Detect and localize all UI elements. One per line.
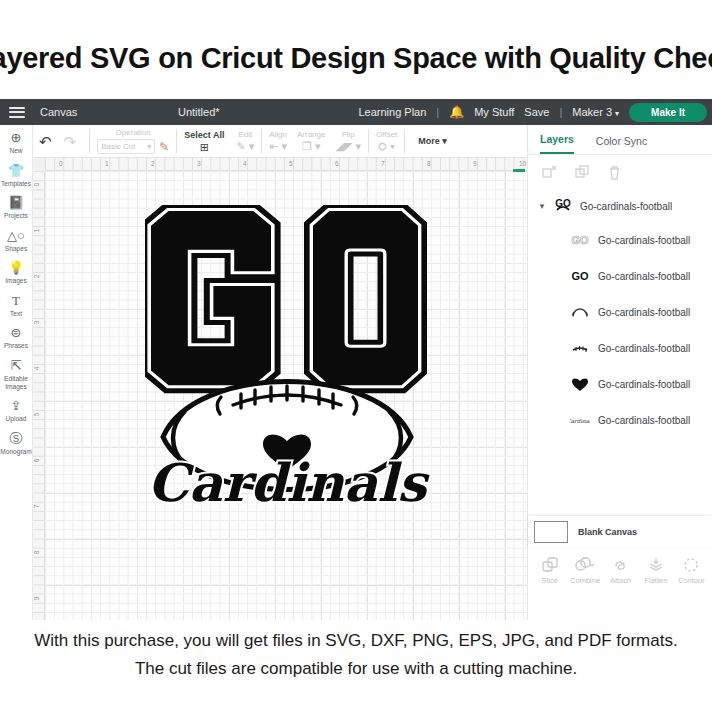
ruler-v-number: 2: [33, 275, 40, 279]
script-thumbnail: Cardinals: [570, 410, 590, 430]
layer-actions-bar: Slice Combine Attach: [528, 550, 712, 592]
design-canvas[interactable]: 012345678910 0123456789: [33, 158, 527, 620]
footer-compatibility-text: The cut files are compatible for use wit…: [0, 659, 712, 679]
ruler-h-number: 3: [197, 160, 201, 167]
ruler-h-number: 7: [381, 160, 385, 167]
offset-button[interactable]: Offset ⛭ ▾: [376, 130, 397, 152]
sidebar-item-editable-images[interactable]: ⇱ Editable Images: [0, 359, 33, 390]
sidebar-item-images[interactable]: 💡 Images: [0, 261, 33, 285]
chevron-down-icon: ▾: [615, 109, 619, 118]
ruler-highlight: [513, 169, 525, 172]
machine-selector[interactable]: Maker 3 ▾: [572, 106, 619, 118]
design-letter-g: [151, 211, 271, 385]
flip-button[interactable]: Flip ◢◤ ▾: [335, 130, 361, 152]
ruler-v-number: 0: [33, 183, 40, 187]
nav-learning-plan[interactable]: Learning Plan: [358, 106, 426, 118]
arrange-button[interactable]: Arrange ❐ ▾: [297, 130, 325, 152]
menu-icon[interactable]: [9, 107, 25, 118]
tab-layers[interactable]: Layers: [540, 133, 574, 154]
layer-row-go-solid[interactable]: GO Go-cardinals-football: [528, 258, 712, 294]
contour-icon: [682, 557, 700, 573]
attach-button[interactable]: Attach: [603, 550, 638, 592]
ruler-v-number: 4: [33, 367, 40, 371]
toolbar: ↶ ↷ Operation Basic Cut▾ ✎ Select All ⊞ …: [33, 125, 527, 158]
blank-canvas-thumbnail: [534, 521, 568, 543]
sidebar-item-shapes[interactable]: △○ Shapes: [0, 229, 33, 253]
contour-button[interactable]: Contour: [674, 550, 709, 592]
design-team-name: Cardinals: [147, 452, 430, 510]
flatten-button[interactable]: Flatten: [638, 550, 673, 592]
design-letter-o: [313, 211, 418, 385]
sidebar-item-phrases[interactable]: ⊜ Phrases: [0, 326, 33, 350]
ruler-vertical: 0123456789: [33, 171, 45, 620]
attach-icon: [612, 557, 630, 573]
notifications-icon[interactable]: 🔔: [449, 106, 464, 118]
heart-thumbnail: [570, 374, 590, 394]
nav-canvas-label[interactable]: Canvas: [40, 106, 77, 118]
new-icon: ⊕: [11, 131, 22, 146]
ruler-h-number: 10: [519, 160, 526, 167]
svg-text:Cardinals: Cardinals: [570, 418, 590, 424]
images-icon: 💡: [8, 261, 24, 276]
sidebar-item-text[interactable]: T Text: [0, 294, 33, 318]
laces-thumbnail: [570, 338, 590, 358]
more-button[interactable]: More ▾: [418, 136, 447, 146]
pen-color-icon[interactable]: ✎: [159, 140, 169, 154]
duplicate-icon[interactable]: [575, 165, 590, 180]
layer-row-laces[interactable]: Go-cardinals-football: [528, 330, 712, 366]
football-outline-thumbnail: [570, 302, 590, 322]
blank-canvas-row[interactable]: Blank Canvas: [528, 516, 712, 547]
flip-icon: ◢◤ ▾: [335, 141, 361, 152]
layer-row-football-outline[interactable]: Go-cardinals-football: [528, 294, 712, 330]
ruler-h-number: 4: [243, 160, 247, 167]
phrases-icon: ⊜: [11, 326, 22, 341]
ruler-v-number: 9: [33, 597, 40, 601]
svg-text:GO: GO: [571, 234, 589, 246]
ruler-horizontal: 012345678910: [45, 158, 527, 171]
ruler-h-number: 5: [289, 160, 293, 167]
ungroup-icon[interactable]: [542, 165, 557, 180]
page-title: Layered SVG on Cricut Design Space with …: [0, 42, 712, 75]
document-title[interactable]: Untitled*: [178, 106, 220, 118]
nav-my-stuff[interactable]: My Stuff: [474, 106, 514, 118]
layer-group-thumbnail: GO: [553, 196, 573, 216]
ruler-h-number: 9: [473, 160, 477, 167]
delete-icon[interactable]: [608, 165, 621, 180]
sidebar-item-monogram[interactable]: Ⓢ Monogram: [0, 432, 33, 456]
ruler-v-number: 8: [33, 551, 40, 555]
operation-group: Operation Basic Cut▾ ✎: [97, 128, 169, 154]
tab-color-sync[interactable]: Color Sync: [596, 135, 647, 154]
combine-button[interactable]: Combine: [567, 550, 602, 592]
chevron-down-icon[interactable]: ▼: [538, 202, 546, 211]
redo-icon[interactable]: ↷: [64, 134, 77, 149]
ruler-v-number: 6: [33, 459, 40, 463]
select-all-button[interactable]: Select All ⊞: [184, 130, 224, 153]
operation-select[interactable]: Basic Cut▾: [97, 139, 155, 154]
slice-button[interactable]: Slice: [532, 550, 567, 592]
layer-row-heart[interactable]: Go-cardinals-football: [528, 366, 712, 402]
upload-icon: ⇪: [11, 399, 22, 414]
text-icon: T: [12, 294, 20, 309]
shapes-icon: △○: [7, 229, 25, 244]
make-it-button[interactable]: Make It: [629, 103, 707, 122]
sidebar-item-new[interactable]: ⊕ New: [0, 131, 33, 155]
layer-group-row[interactable]: ▼ GO Go-cardinals-football: [528, 188, 712, 222]
align-button[interactable]: Align ⇤ ▾: [269, 130, 287, 152]
operation-label: Operation: [116, 128, 151, 137]
design-go-cardinals[interactable]: Cardinals: [145, 205, 430, 510]
ruler-v-number: 5: [33, 413, 40, 417]
ruler-h-number: 6: [335, 160, 339, 167]
footer-formats-text: With this purchase, you will get files i…: [0, 631, 712, 651]
nav-save[interactable]: Save: [524, 106, 549, 118]
ruler-v-number: 3: [33, 321, 40, 325]
sidebar-item-templates[interactable]: 👕 Templates: [0, 164, 33, 188]
undo-icon[interactable]: ↶: [39, 134, 52, 149]
sidebar-item-upload[interactable]: ⇪ Upload: [0, 399, 33, 423]
layer-row-script[interactable]: Cardinals Go-cardinals-football: [528, 402, 712, 438]
editable-images-icon: ⇱: [11, 359, 22, 374]
sidebar-item-projects[interactable]: 📓 Projects: [0, 196, 33, 220]
go-solid-thumbnail: GO: [570, 266, 590, 286]
edit-button[interactable]: Edit ✎ ▾: [236, 130, 254, 152]
layers-panel: Layers Color Sync ▼ GO: [527, 125, 712, 620]
layer-row-go-outline[interactable]: GO Go-cardinals-football: [528, 222, 712, 258]
